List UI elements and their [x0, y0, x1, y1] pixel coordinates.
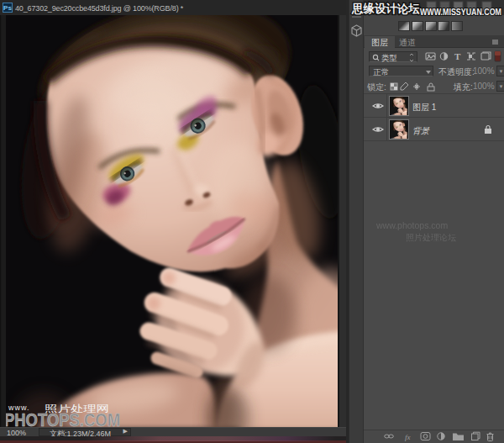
svg-text:WWW.MISSYUAN.COM: WWW.MISSYUAN.COM [420, 7, 501, 17]
svg-text:fx: fx [405, 433, 411, 441]
svg-text:T: T [454, 51, 461, 61]
svg-text:思缘设计论坛: 思缘设计论坛 [351, 2, 421, 15]
